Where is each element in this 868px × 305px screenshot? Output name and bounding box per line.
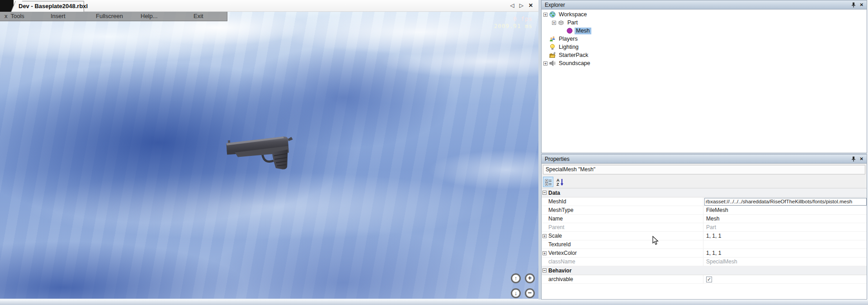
section-value-cell — [703, 188, 867, 197]
menu-close-icon[interactable]: x — [5, 13, 8, 19]
expand-toggle-icon[interactable]: + — [542, 251, 547, 255]
zoom-out-button[interactable]: − — [525, 288, 535, 298]
menu-item-tools[interactable]: xTools — [5, 12, 24, 21]
property-row-meshtype[interactable]: MeshTypeFileMesh — [542, 206, 867, 215]
3d-viewport[interactable]: xToolsInsertFullscreenHelp...Exit 0 fps … — [0, 12, 538, 300]
tab-close-icon[interactable]: ✕ — [528, 2, 533, 9]
properties-header: Properties ✕ — [541, 154, 867, 164]
menu-item-exit[interactable]: Exit — [193, 12, 203, 21]
checkbox-checked-icon[interactable]: ✓ — [706, 277, 712, 282]
property-row-archivable[interactable]: archivable✓ — [542, 275, 867, 284]
expand-toggle-icon[interactable]: + — [543, 13, 547, 17]
categorized-view-button[interactable] — [543, 177, 553, 187]
tree-item-label: Part — [566, 19, 579, 26]
property-name-cell: MeshType — [542, 206, 703, 214]
explorer-item-players[interactable]: Players — [542, 35, 867, 43]
pin-icon[interactable] — [851, 2, 856, 8]
menu-item-label: Tools — [11, 13, 24, 19]
explorer-item-soundscape[interactable]: +Soundscape — [542, 59, 867, 67]
workspace-icon — [549, 11, 556, 18]
section-name-cell: −Behavior — [542, 266, 703, 275]
tab-nav-controls: ◁ ▷ ✕ — [510, 2, 533, 9]
property-name-cell: MeshId — [542, 197, 703, 206]
property-value-cell[interactable] — [703, 240, 867, 249]
expand-toggle-icon[interactable]: + — [543, 61, 547, 66]
players-icon — [549, 36, 556, 42]
property-row-classname[interactable]: classNameSpecialMesh — [542, 258, 867, 266]
roblox-studio-window: Dev - Baseplate2048.rbxl ◁ ▷ ✕ xToolsIns… — [0, 0, 868, 305]
section-value-cell — [703, 266, 867, 275]
property-value-cell[interactable]: Part — [703, 223, 867, 231]
collapse-toggle-icon[interactable]: − — [542, 268, 547, 272]
property-name: MeshId — [548, 198, 566, 205]
tab-scroll-left-icon[interactable]: ◁ — [510, 2, 514, 9]
explorer-tree: +Workspace+PartMeshPlayersLightingStarte… — [541, 9, 867, 153]
menu-item-label: Exit — [193, 13, 203, 19]
soundscape-icon — [549, 60, 556, 66]
property-value-cell[interactable]: ✓ — [703, 275, 867, 283]
property-value-text: FileMesh — [706, 207, 728, 213]
properties-close-icon[interactable]: ✕ — [860, 157, 863, 161]
lighting-icon — [549, 44, 556, 50]
property-name: TextureId — [548, 241, 571, 248]
collapse-toggle-icon[interactable]: − — [542, 191, 547, 195]
tab-scroll-right-icon[interactable]: ▷ — [519, 2, 524, 9]
property-name: Scale — [548, 233, 562, 239]
property-row-scale[interactable]: +Scale1, 1, 1 — [542, 232, 867, 240]
tab-strip: Dev - Baseplate2048.rbxl ◁ ▷ ✕ — [0, 0, 538, 12]
expand-toggle-icon[interactable]: + — [542, 234, 547, 238]
property-value-input[interactable]: rbxasset://../../../shareddata/RiseOfThe… — [704, 198, 867, 206]
property-value-cell[interactable]: 1, 1, 1 — [703, 232, 867, 240]
tree-item-label: Mesh — [575, 28, 591, 34]
property-name: MeshType — [548, 207, 573, 213]
property-row-name[interactable]: NameMesh — [542, 215, 867, 223]
properties-grid: −DataMeshIdrbxasset://../../../shareddat… — [542, 188, 867, 284]
menu-item-help[interactable]: Help... — [141, 12, 158, 21]
menu-item-fullscreen[interactable]: Fullscreen — [96, 12, 123, 21]
property-value-text: Mesh — [706, 216, 719, 222]
tree-item-label: Soundscape — [557, 60, 592, 67]
property-row-vertexcolor[interactable]: +VertexColor1, 1, 1 — [542, 249, 867, 258]
svg-text:Z: Z — [557, 182, 559, 186]
property-value-text: SpecialMesh — [706, 258, 737, 265]
expand-toggle-icon[interactable]: + — [552, 21, 556, 25]
menu-item-insert[interactable]: Insert — [51, 12, 66, 21]
property-row-parent[interactable]: ParentPart — [542, 223, 867, 232]
pin-icon[interactable] — [851, 156, 856, 162]
camera-controls: ↑ + ↓ − — [511, 273, 536, 299]
property-value-cell[interactable]: FileMesh — [703, 206, 867, 214]
property-section-behavior[interactable]: −Behavior — [542, 266, 867, 275]
mouse-cursor — [652, 236, 659, 245]
properties-panel: Properties ✕ SpecialMesh "Mesh" — [541, 154, 867, 300]
explorer-item-starterpack[interactable]: StarterPack — [542, 51, 867, 59]
property-value-cell[interactable]: rbxasset://../../../shareddata/RiseOfThe… — [703, 197, 867, 206]
performance-overlay: 0 fps 2009.91 ms — [494, 15, 533, 30]
camera-tilt-down-button[interactable]: ↓ — [511, 288, 521, 298]
property-section-data[interactable]: −Data — [542, 188, 867, 197]
mesh-icon — [566, 28, 573, 34]
section-title: Data — [548, 190, 560, 196]
frame-time: 2009.91 ms — [494, 23, 533, 30]
document-tab[interactable]: Dev - Baseplate2048.rbxl — [16, 1, 84, 12]
property-name: className — [548, 258, 575, 265]
explorer-item-part[interactable]: +Part — [542, 19, 867, 27]
explorer-item-lighting[interactable]: Lighting — [542, 43, 867, 51]
property-row-meshid[interactable]: MeshIdrbxasset://../../../shareddata/Ris… — [542, 197, 867, 206]
menu-item-label: Help... — [141, 13, 158, 19]
pistol-mesh[interactable] — [223, 126, 301, 176]
camera-tilt-up-button[interactable]: ↑ — [511, 273, 521, 283]
property-name: archivable — [548, 276, 573, 282]
property-value-cell[interactable]: Mesh — [703, 215, 867, 223]
explorer-title: Explorer — [542, 2, 851, 8]
property-name-cell: Name — [542, 215, 703, 223]
property-value-cell[interactable]: SpecialMesh — [703, 258, 867, 266]
property-name-cell: Parent — [542, 223, 703, 231]
property-row-textureid[interactable]: TextureId — [542, 240, 867, 249]
property-value-cell[interactable]: 1, 1, 1 — [703, 249, 867, 257]
explorer-item-workspace[interactable]: +Workspace — [542, 10, 867, 19]
zoom-in-button[interactable]: + — [525, 273, 535, 283]
explorer-close-icon[interactable]: ✕ — [860, 3, 863, 7]
explorer-item-mesh[interactable]: Mesh — [542, 27, 867, 35]
alphabetical-sort-button[interactable]: A Z — [555, 177, 565, 187]
docked-panels: Explorer ✕ +Workspace+PartMeshPlayersLig… — [538, 0, 868, 300]
